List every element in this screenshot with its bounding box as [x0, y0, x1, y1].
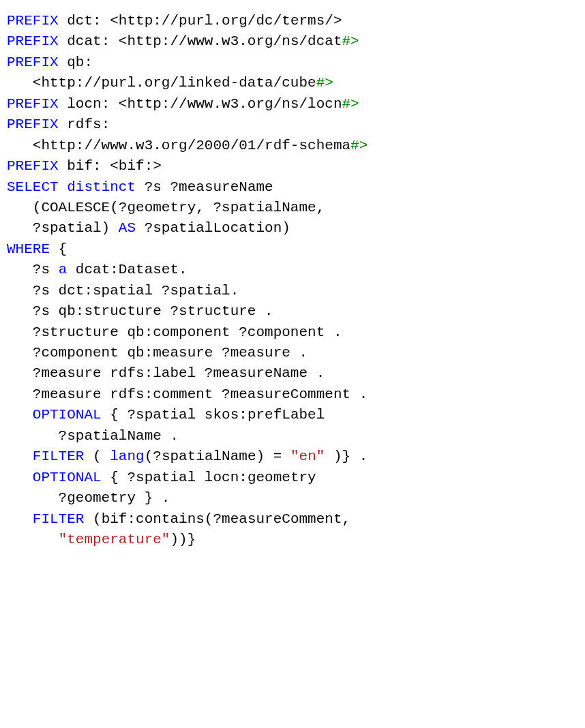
code-line: PREFIX dct: <http://purl.org/dc/terms/> [7, 13, 342, 29]
code-token [7, 449, 33, 464]
code-token: OPTIONAL [33, 407, 102, 423]
code-token: PREFIX [7, 13, 59, 29]
code-token: bif: <bif:> [59, 158, 162, 174]
code-token: PREFIX [7, 117, 59, 132]
code-token: dcat:Dataset. [67, 262, 187, 277]
code-token: <http://purl.org/linked-data/cube [7, 75, 316, 91]
code-token: { ?spatial locn:geometry [102, 470, 316, 485]
code-token: ( [84, 449, 110, 464]
code-line: ?s qb:structure ?structure . [7, 303, 273, 319]
code-token: rdfs: [59, 117, 110, 132]
code-token: #> [316, 75, 333, 91]
code-line: WHERE { [7, 241, 67, 257]
code-line: PREFIX dcat: <http://www.w3.org/ns/dcat#… [7, 33, 359, 49]
code-token: )} . [325, 449, 368, 464]
code-token: WHERE [7, 241, 50, 257]
code-token: "en" [290, 449, 325, 464]
code-token: (COALESCE(?geometry, ?spatialName, [7, 200, 325, 215]
code-token: FILTER [33, 449, 85, 464]
code-token [59, 179, 68, 195]
code-token: FILTER [33, 511, 85, 527]
code-token: distinct [67, 179, 136, 195]
code-token: PREFIX [7, 55, 59, 70]
code-token: ?spatialName . [7, 428, 179, 444]
code-line: ?s a dcat:Dataset. [7, 262, 188, 277]
code-token: ?structure qb:component ?component . [7, 324, 342, 340]
code-line: "temperature"))} [7, 532, 196, 547]
code-line: ?structure qb:component ?component . [7, 324, 342, 340]
code-token: #> [350, 138, 368, 153]
code-token: lang [110, 449, 144, 464]
code-token: "temperature" [59, 532, 170, 547]
code-token: ?s qb:structure ?structure . [7, 303, 273, 319]
code-token: OPTIONAL [33, 470, 102, 485]
code-token: ?spatialLocation) [136, 220, 290, 236]
code-line: <http://www.w3.org/2000/01/rdf-schema#> [7, 138, 368, 153]
code-token: PREFIX [7, 158, 59, 174]
code-line: ?component qb:measure ?measure . [7, 345, 308, 361]
code-token: ))} [170, 532, 196, 547]
code-line: SELECT distinct ?s ?measureName [7, 179, 273, 195]
code-line: PREFIX qb: [7, 55, 93, 70]
code-token: #> [342, 96, 359, 112]
code-token: ?s [7, 262, 59, 277]
code-token: ?measure rdfs:label ?measureName . [7, 365, 325, 381]
code-token: PREFIX [7, 33, 59, 49]
code-line: FILTER ( lang(?spatialName) = "en" )} . [7, 449, 368, 464]
code-line: PREFIX locn: <http://www.w3.org/ns/locn#… [7, 96, 359, 112]
code-token: ?s dct:spatial ?spatial. [7, 283, 239, 299]
code-token: SELECT [7, 179, 59, 195]
code-line: ?spatial) AS ?spatialLocation) [7, 220, 290, 236]
code-token: (?spatialName) = [145, 449, 290, 464]
code-token: AS [119, 220, 136, 236]
code-line: FILTER (bif:contains(?measureComment, [7, 511, 350, 527]
code-line: ?measure rdfs:label ?measureName . [7, 365, 325, 381]
code-line: <http://purl.org/linked-data/cube#> [7, 75, 333, 91]
code-token: dct: <http://purl.org/dc/terms/> [59, 13, 342, 29]
code-token: #> [342, 33, 359, 49]
code-token: dcat: <http://www.w3.org/ns/dcat [59, 33, 342, 49]
code-token [7, 511, 33, 527]
code-line: ?measure rdfs:comment ?measureComment . [7, 386, 368, 402]
code-token: qb: [59, 55, 93, 70]
code-token [7, 532, 59, 547]
code-token: locn: <http://www.w3.org/ns/locn [59, 96, 342, 112]
code-line: OPTIONAL { ?spatial locn:geometry [7, 470, 316, 485]
code-token: ?measure rdfs:comment ?measureComment . [7, 386, 368, 402]
sparql-code-block: PREFIX dct: <http://purl.org/dc/terms/> … [0, 0, 585, 561]
code-token: PREFIX [7, 96, 59, 112]
code-token: a [59, 262, 68, 277]
code-line: ?geometry } . [7, 490, 170, 506]
code-token: ?s ?measureName [136, 179, 273, 195]
code-line: OPTIONAL { ?spatial skos:prefLabel [7, 407, 325, 423]
code-line: ?s dct:spatial ?spatial. [7, 283, 239, 299]
code-token [7, 407, 33, 423]
code-line: (COALESCE(?geometry, ?spatialName, [7, 200, 325, 215]
code-token: ?spatial) [7, 220, 119, 236]
code-line: ?spatialName . [7, 428, 179, 444]
code-token: <http://www.w3.org/2000/01/rdf-schema [7, 138, 350, 153]
code-token: { ?spatial skos:prefLabel [102, 407, 325, 423]
code-token: ?component qb:measure ?measure . [7, 345, 308, 361]
code-token: (bif:contains(?measureComment, [84, 511, 350, 527]
code-token [7, 470, 33, 485]
code-token: ?geometry } . [7, 490, 170, 506]
code-token: { [50, 241, 67, 257]
code-line: PREFIX rdfs: [7, 117, 110, 132]
code-line: PREFIX bif: <bif:> [7, 158, 162, 174]
